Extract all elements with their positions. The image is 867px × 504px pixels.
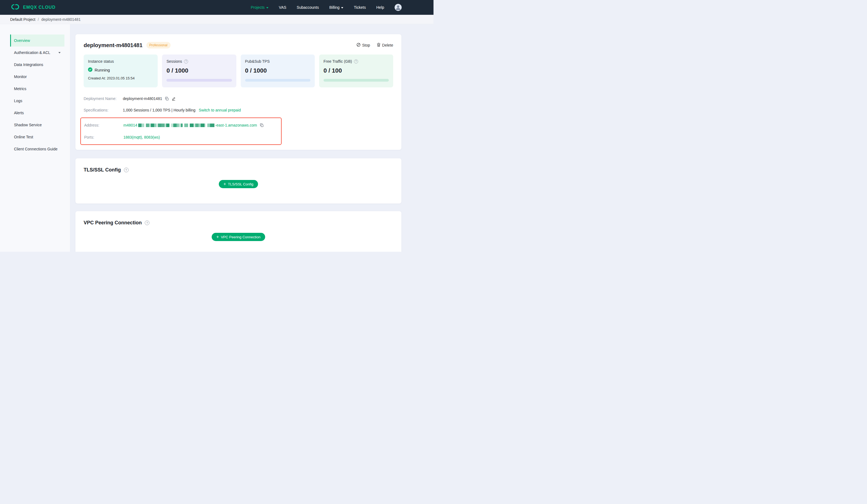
- ports-value: 1883(mqtt), 8083(ws): [124, 135, 160, 140]
- sidebar-item-label: Client Connections Guide: [14, 147, 57, 151]
- sessions-progress-bar: [167, 79, 232, 81]
- sidebar-item-online-test[interactable]: Online Test: [10, 131, 64, 143]
- deployment-overview-card: deployment-m4801481 Professional Stop: [75, 34, 402, 150]
- nav-help[interactable]: Help: [376, 5, 384, 10]
- instance-status-card: Instance status Running Created At: 2023…: [84, 55, 158, 87]
- deployment-info: Deployment Name: deployment-m4801481: [84, 95, 393, 145]
- address-redaction: [146, 123, 170, 127]
- plus-icon: [216, 235, 219, 239]
- sidebar-item-label: Logs: [14, 99, 22, 103]
- address-redaction: [190, 123, 206, 127]
- sidebar-item-metrics[interactable]: Metrics: [10, 83, 64, 95]
- address-redaction: [171, 123, 183, 127]
- help-icon[interactable]: [354, 59, 358, 64]
- help-icon[interactable]: [124, 168, 129, 172]
- nav-help-label: Help: [376, 5, 384, 10]
- sidebar-item-label: Metrics: [14, 87, 26, 91]
- address-label: Address:: [84, 123, 124, 127]
- nav-projects[interactable]: Projects: [251, 5, 269, 10]
- vpc-peering-section: VPC Peering Connection VPC Peering Conne…: [75, 211, 402, 252]
- copy-icon[interactable]: [165, 97, 169, 101]
- sessions-label: Sessions: [167, 59, 182, 64]
- deployment-header: deployment-m4801481 Professional Stop: [84, 42, 393, 48]
- nav-vas[interactable]: VAS: [279, 5, 286, 10]
- nav-billing[interactable]: Billing: [329, 5, 343, 10]
- trash-icon: [377, 43, 381, 48]
- add-tls-ssl-config-button[interactable]: TLS/SSL Config: [219, 180, 258, 188]
- nav-vas-label: VAS: [279, 5, 286, 10]
- deployment-title: deployment-m4801481: [84, 42, 142, 48]
- add-vpc-peering-button[interactable]: VPC Peering Connection: [212, 233, 265, 241]
- instance-status-label: Instance status: [88, 59, 114, 64]
- breadcrumb-separator: /: [38, 17, 39, 22]
- sessions-value: 0 / 1000: [167, 67, 232, 74]
- sidebar-item-data-integrations[interactable]: Data Integrations: [10, 59, 64, 71]
- address-suffix: -east-1.amazonaws.com: [215, 123, 257, 127]
- nav-subaccounts-label: Subaccounts: [297, 5, 319, 10]
- sidebar-item-logs[interactable]: Logs: [10, 95, 64, 107]
- nav-subaccounts[interactable]: Subaccounts: [297, 5, 319, 10]
- sessions-card: Sessions 0 / 1000: [162, 55, 236, 87]
- sidebar-menu: Overview Authentication & ACL Data Integ…: [10, 34, 64, 155]
- pubsub-tps-label: Pub&Sub TPS: [245, 59, 270, 64]
- address-redaction: [207, 123, 214, 127]
- free-traffic-value: 0 / 100: [323, 67, 389, 74]
- sidebar-item-label: Data Integrations: [14, 63, 43, 67]
- sidebar-item-authentication-acl[interactable]: Authentication & ACL: [10, 46, 64, 59]
- check-circle-icon: [88, 67, 93, 73]
- free-traffic-card: Free Traffic (GB) 0 / 100: [319, 55, 393, 87]
- specifications-row: Specifications: 1,000 Sessions / 1,000 T…: [84, 106, 393, 114]
- user-avatar[interactable]: [395, 4, 402, 11]
- breadcrumb-project[interactable]: Default Project: [10, 17, 35, 22]
- brand-area: EMQX CLOUD: [10, 3, 55, 11]
- sidebar-item-label: Alerts: [14, 111, 24, 115]
- instance-status-value: Running: [95, 68, 110, 72]
- address-redaction: [184, 123, 188, 127]
- sidebar-item-client-connections-guide[interactable]: Client Connections Guide: [10, 143, 64, 155]
- tls-ssl-section: TLS/SSL Config TLS/SSL Config: [75, 158, 402, 204]
- help-icon[interactable]: [145, 220, 149, 225]
- address-redaction: [138, 123, 144, 127]
- nav-tickets-label: Tickets: [354, 5, 366, 10]
- sidebar-item-label: Authentication & ACL: [14, 51, 50, 55]
- delete-button[interactable]: Delete: [377, 43, 393, 48]
- plus-icon: [224, 182, 226, 186]
- deployment-name-value: deployment-m4801481: [123, 96, 162, 101]
- breadcrumb: Default Project / deployment-m4801481: [0, 15, 434, 24]
- edit-icon[interactable]: [172, 97, 176, 101]
- sidebar-item-alerts[interactable]: Alerts: [10, 107, 64, 119]
- stats-row: Instance status Running Created At: 2023…: [84, 55, 393, 87]
- stop-icon: [356, 43, 361, 48]
- sidebar-item-label: Monitor: [14, 75, 27, 79]
- address-row: Address: m48014 -east-1.amazonaws.com: [84, 121, 278, 129]
- plan-badge: Professional: [147, 42, 171, 48]
- sidebar: Overview Authentication & ACL Data Integ…: [0, 24, 70, 252]
- chevron-down-icon: [58, 52, 61, 53]
- nav-tickets[interactable]: Tickets: [354, 5, 366, 10]
- sidebar-item-monitor[interactable]: Monitor: [10, 71, 64, 83]
- free-traffic-label: Free Traffic (GB): [323, 59, 352, 64]
- help-icon[interactable]: [184, 59, 188, 64]
- sidebar-item-label: Online Test: [14, 135, 33, 139]
- breadcrumb-deployment: deployment-m4801481: [41, 17, 81, 22]
- pubsub-tps-progress-bar: [245, 79, 310, 81]
- sidebar-item-label: Shadow Service: [14, 123, 42, 127]
- sidebar-item-overview[interactable]: Overview: [10, 34, 64, 46]
- add-tls-ssl-config-label: TLS/SSL Config: [228, 182, 253, 186]
- ports-row: Ports: 1883(mqtt), 8083(ws): [84, 133, 278, 141]
- switch-annual-prepaid-link[interactable]: Switch to annual prepaid: [199, 108, 241, 112]
- brand-name: EMQX CLOUD: [23, 5, 55, 10]
- specifications-value: 1,000 Sessions / 1,000 TPS | Hourly bill…: [123, 108, 195, 112]
- created-at-text: Created At: 2023.01.05 15:54: [88, 76, 153, 80]
- nav-billing-label: Billing: [329, 5, 340, 10]
- address-prefix: m48014: [124, 123, 137, 127]
- pubsub-tps-card: Pub&Sub TPS 0 / 1000: [241, 55, 315, 87]
- chevron-down-icon: [266, 7, 268, 9]
- free-traffic-progress-bar: [323, 79, 389, 81]
- sidebar-item-shadow-service[interactable]: Shadow Service: [10, 119, 64, 131]
- address-value: m48014 -east-1.amazonaws.com: [124, 123, 257, 127]
- deployment-name-row: Deployment Name: deployment-m4801481: [84, 95, 393, 103]
- pubsub-tps-value: 0 / 1000: [245, 67, 310, 74]
- stop-button[interactable]: Stop: [356, 43, 370, 48]
- copy-icon[interactable]: [260, 123, 264, 127]
